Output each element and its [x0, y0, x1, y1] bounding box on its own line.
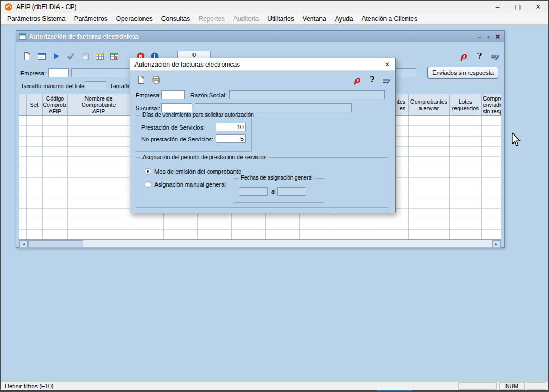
- menu-item-parametros-sistema[interactable]: Parámetros Sistema: [3, 13, 70, 24]
- column-header-13[interactable]: Lotesrequeridos: [450, 94, 482, 116]
- table-cell[interactable]: [450, 137, 481, 147]
- tamano-maximo-lote-field[interactable]: [85, 81, 106, 90]
- table-cell[interactable]: [43, 219, 67, 230]
- child-close-button[interactable]: ✕: [493, 33, 502, 40]
- table-cell[interactable]: [43, 188, 67, 198]
- table-cell[interactable]: [19, 137, 26, 147]
- grid-export-icon[interactable]: [108, 49, 120, 62]
- table-cell[interactable]: [43, 137, 67, 147]
- table-cell[interactable]: [19, 230, 26, 240]
- table-cell[interactable]: [409, 137, 449, 147]
- table-cell[interactable]: [68, 167, 130, 177]
- table-cell[interactable]: [409, 178, 449, 188]
- table-cell[interactable]: [450, 178, 481, 188]
- table-cell[interactable]: [450, 126, 481, 136]
- table-cell[interactable]: [68, 147, 130, 157]
- fecha-hasta-field[interactable]: [277, 187, 306, 196]
- new-record-icon[interactable]: [134, 73, 147, 86]
- maximize-button[interactable]: ▢: [508, 1, 528, 13]
- table-cell[interactable]: [19, 167, 26, 177]
- table-cell[interactable]: [27, 116, 42, 126]
- new-record-icon[interactable]: [20, 49, 33, 62]
- table-cell[interactable]: [232, 230, 265, 240]
- column-header-12[interactable]: Comprobantesa enviar: [409, 94, 450, 116]
- razon-social-field[interactable]: [229, 90, 385, 99]
- table-cell[interactable]: [68, 219, 130, 230]
- table-cell[interactable]: [19, 198, 26, 209]
- table-cell[interactable]: [27, 219, 42, 230]
- table-cell[interactable]: [409, 188, 449, 198]
- dialog-close-button[interactable]: ✕: [379, 58, 395, 71]
- table-cell[interactable]: [409, 167, 449, 177]
- table-cell[interactable]: [409, 157, 449, 167]
- table-cell[interactable]: [409, 147, 449, 157]
- table-cell[interactable]: [43, 116, 67, 126]
- table-cell[interactable]: [409, 126, 449, 136]
- table-cell[interactable]: [130, 230, 163, 240]
- dialog-title-bar[interactable]: Autorización de facturas electrónicas: [130, 58, 395, 71]
- dialog-empresa-field[interactable]: [161, 90, 185, 99]
- child-title-bar[interactable]: Autorización de facturas electrónicas – …: [16, 31, 504, 42]
- table-cell[interactable]: [19, 157, 26, 167]
- table-cell[interactable]: [482, 157, 501, 167]
- signature-icon[interactable]: [488, 49, 501, 62]
- confirm-icon[interactable]: [64, 49, 77, 62]
- table-cell[interactable]: [266, 219, 299, 230]
- table-cell[interactable]: [43, 198, 67, 209]
- table-cell[interactable]: [450, 219, 481, 230]
- table-cell[interactable]: [198, 219, 231, 230]
- table-cell[interactable]: [482, 167, 501, 177]
- column-header-14[interactable]: Comprobaenviadosin respu: [482, 94, 501, 116]
- no-prestacion-field[interactable]: 5: [216, 134, 246, 143]
- prestacion-field[interactable]: 10: [216, 123, 246, 131]
- sucursal-field[interactable]: [161, 103, 192, 112]
- table-cell[interactable]: [482, 178, 501, 188]
- table-cell[interactable]: [19, 219, 26, 230]
- table-cell[interactable]: [68, 230, 130, 240]
- table-cell[interactable]: [68, 137, 130, 147]
- print-icon[interactable]: [149, 73, 162, 86]
- table-cell[interactable]: [450, 116, 481, 126]
- enviados-sin-respuesta-button[interactable]: Enviados sin respuesta: [427, 67, 498, 79]
- table-cell[interactable]: [482, 147, 501, 157]
- run-icon[interactable]: [49, 49, 62, 62]
- table-cell[interactable]: [409, 116, 449, 126]
- table-cell[interactable]: [27, 188, 42, 198]
- table-cell[interactable]: [450, 147, 481, 157]
- menu-item-ventana[interactable]: Ventana: [298, 13, 331, 24]
- help-icon[interactable]: ?: [473, 49, 486, 62]
- menu-item-ayuda[interactable]: Ayuda: [331, 13, 358, 24]
- table-cell[interactable]: [482, 219, 501, 230]
- table-cell[interactable]: [409, 209, 449, 219]
- table-cell[interactable]: [450, 209, 481, 219]
- table-cell[interactable]: [43, 157, 67, 167]
- table-cell[interactable]: [19, 188, 26, 198]
- column-header-3[interactable]: Nombre deComprobanteAFIP: [68, 94, 130, 116]
- table-cell[interactable]: [333, 219, 367, 230]
- table-cell[interactable]: [19, 126, 26, 136]
- table-cell[interactable]: [27, 137, 42, 147]
- table-cell[interactable]: [27, 198, 42, 209]
- table-cell[interactable]: [482, 230, 501, 240]
- table-cell[interactable]: [300, 219, 333, 230]
- sucursal-name-field[interactable]: [195, 103, 352, 112]
- horizontal-scrollbar[interactable]: ◄ ►: [19, 240, 501, 248]
- child-maximize-button[interactable]: ▫: [484, 33, 493, 40]
- table-cell[interactable]: [164, 219, 197, 230]
- exit-icon[interactable]: ρ: [351, 73, 363, 86]
- table-cell[interactable]: [300, 230, 333, 240]
- scroll-left-button[interactable]: ◄: [19, 240, 28, 247]
- table-cell[interactable]: [19, 178, 26, 188]
- table-cell[interactable]: [68, 116, 130, 126]
- table-cell[interactable]: [68, 157, 130, 167]
- table-cell[interactable]: [43, 178, 67, 188]
- table-cell[interactable]: [367, 230, 408, 240]
- table-cell[interactable]: [19, 147, 26, 157]
- table-cell[interactable]: [450, 157, 481, 167]
- table-cell[interactable]: [27, 230, 42, 240]
- table-cell[interactable]: [19, 209, 26, 219]
- signature-icon[interactable]: [380, 73, 393, 86]
- table-cell[interactable]: [409, 219, 449, 230]
- table-cell[interactable]: [450, 167, 481, 177]
- menu-item-parametros[interactable]: Parámetros: [70, 13, 112, 24]
